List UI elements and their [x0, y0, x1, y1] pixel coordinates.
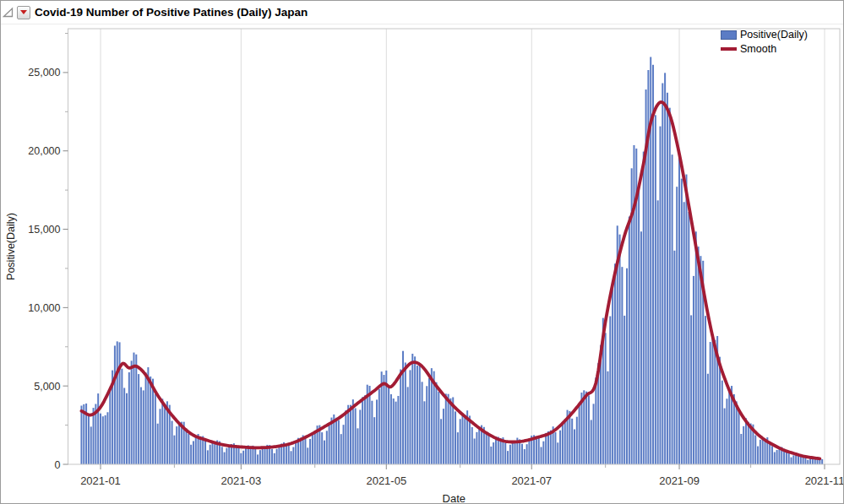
bar[interactable] [614, 263, 616, 464]
bar[interactable] [579, 406, 580, 464]
bar[interactable] [295, 441, 297, 464]
bar[interactable] [126, 393, 128, 464]
bar[interactable] [271, 449, 273, 464]
bar[interactable] [428, 378, 430, 464]
chart-plot[interactable]: 05,00010,00015,00020,00025,0002021-01202… [1, 24, 844, 504]
bar[interactable] [698, 247, 700, 464]
bar[interactable] [762, 438, 764, 464]
bar[interactable] [204, 441, 206, 464]
bar[interactable] [576, 417, 578, 464]
bar[interactable] [721, 381, 723, 464]
bar[interactable] [740, 434, 742, 464]
bar[interactable] [347, 405, 349, 464]
bar[interactable] [547, 431, 549, 464]
bar[interactable] [224, 453, 226, 464]
bar[interactable] [405, 362, 406, 464]
bar[interactable] [760, 440, 761, 464]
bar[interactable] [490, 447, 492, 464]
bar[interactable] [745, 418, 747, 464]
bar[interactable] [309, 439, 311, 464]
bar[interactable] [109, 387, 111, 464]
bar[interactable] [212, 441, 214, 464]
bar[interactable] [607, 371, 608, 464]
bar[interactable] [371, 401, 373, 464]
bar[interactable] [504, 443, 506, 464]
bar[interactable] [693, 276, 694, 464]
bar[interactable] [123, 387, 125, 464]
bar[interactable] [226, 448, 227, 464]
bar[interactable] [664, 73, 666, 464]
bar[interactable] [507, 451, 509, 464]
bar[interactable] [326, 431, 328, 464]
bar[interactable] [138, 374, 139, 464]
bar[interactable] [350, 405, 351, 464]
bar[interactable] [242, 451, 244, 464]
bar[interactable] [462, 413, 464, 464]
bar[interactable] [131, 360, 133, 464]
bar[interactable] [423, 401, 425, 464]
bar[interactable] [329, 425, 330, 464]
bar[interactable] [476, 432, 477, 464]
bar[interactable] [185, 429, 187, 464]
bar[interactable] [493, 442, 494, 464]
bar[interactable] [678, 150, 680, 464]
bar[interactable] [419, 364, 421, 464]
bar[interactable] [254, 448, 256, 464]
bar[interactable] [626, 268, 628, 464]
bar[interactable] [605, 333, 607, 464]
bar[interactable] [119, 342, 121, 464]
bar[interactable] [541, 447, 542, 464]
bar[interactable] [143, 390, 144, 464]
bar[interactable] [488, 436, 490, 464]
bar[interactable] [373, 417, 375, 464]
bar[interactable] [705, 316, 706, 464]
bar[interactable] [390, 394, 392, 464]
bar[interactable] [478, 429, 480, 464]
bar[interactable] [559, 431, 561, 464]
bar[interactable] [291, 451, 292, 464]
bar[interactable] [521, 444, 523, 464]
bar[interactable] [542, 442, 544, 464]
bar[interactable] [357, 428, 358, 464]
bar[interactable] [161, 398, 163, 464]
bar[interactable] [383, 375, 384, 464]
bar[interactable] [102, 416, 104, 464]
bar[interactable] [276, 449, 278, 464]
bar[interactable] [114, 345, 116, 464]
bar[interactable] [117, 341, 118, 464]
bar[interactable] [304, 439, 306, 465]
bar[interactable] [152, 379, 154, 464]
bar[interactable] [821, 459, 823, 464]
bar[interactable] [657, 200, 659, 464]
bar[interactable] [574, 430, 575, 465]
bar[interactable] [743, 426, 744, 464]
bar[interactable] [688, 212, 689, 464]
legend-item-positive[interactable]: Positive(Daily) [721, 29, 808, 41]
bar[interactable] [500, 438, 502, 464]
bar[interactable] [672, 154, 673, 464]
bar[interactable] [362, 397, 363, 464]
bar[interactable] [359, 409, 361, 464]
bar[interactable] [443, 409, 444, 464]
bar[interactable] [164, 404, 166, 464]
bar[interactable] [526, 444, 528, 464]
bar[interactable] [667, 93, 668, 464]
bar[interactable] [562, 423, 564, 464]
bar[interactable] [228, 447, 230, 464]
bar[interactable] [321, 432, 323, 464]
bar[interactable] [364, 395, 366, 464]
bar[interactable] [369, 386, 371, 464]
bar[interactable] [355, 408, 357, 464]
bar[interactable] [190, 445, 192, 464]
bar[interactable] [486, 431, 487, 464]
bar[interactable] [128, 372, 130, 464]
bar[interactable] [292, 447, 294, 464]
bar[interactable] [536, 436, 537, 464]
bar[interactable] [106, 412, 108, 464]
bar[interactable] [619, 235, 621, 464]
bar[interactable] [199, 436, 201, 464]
bar[interactable] [445, 393, 447, 464]
bar[interactable] [172, 421, 173, 464]
bar[interactable] [757, 447, 759, 464]
bar[interactable] [652, 65, 654, 464]
